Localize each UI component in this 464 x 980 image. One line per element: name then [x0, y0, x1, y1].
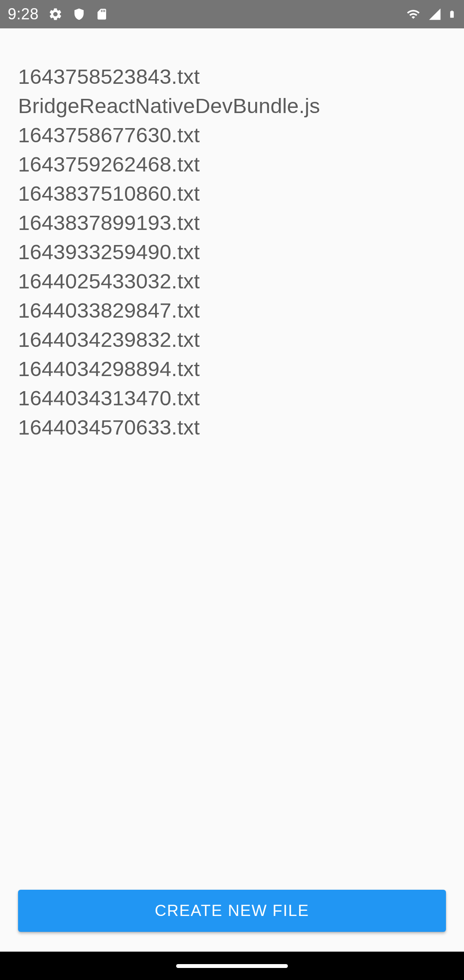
file-item[interactable]: 1643758523843.txt	[18, 62, 446, 91]
file-item[interactable]: 1643837510860.txt	[18, 179, 446, 208]
wifi-icon	[405, 7, 422, 21]
create-new-file-button[interactable]: CREATE NEW FILE	[18, 890, 446, 932]
settings-icon	[48, 7, 63, 21]
status-right	[405, 6, 456, 22]
status-bar: 9:28	[0, 0, 464, 28]
sd-card-icon	[95, 7, 108, 21]
battery-icon	[448, 6, 456, 22]
nav-handle[interactable]	[176, 964, 288, 968]
file-item[interactable]: 1644034570633.txt	[18, 413, 446, 442]
file-item[interactable]: 1644034298894.txt	[18, 354, 446, 383]
file-list: 1643758523843.txt BridgeReactNativeDevBu…	[18, 62, 446, 442]
file-item[interactable]: 1644033829847.txt	[18, 296, 446, 325]
file-item[interactable]: 1643837899193.txt	[18, 208, 446, 237]
file-item[interactable]: 1644034313470.txt	[18, 383, 446, 413]
file-item[interactable]: 1644025433032.txt	[18, 266, 446, 296]
file-item[interactable]: 1643758677630.txt	[18, 120, 446, 150]
file-item[interactable]: BridgeReactNativeDevBundle.js	[18, 91, 446, 120]
navigation-bar	[0, 952, 464, 980]
file-item[interactable]: 1643759262468.txt	[18, 150, 446, 179]
shield-icon	[72, 7, 86, 21]
file-item[interactable]: 1643933259490.txt	[18, 237, 446, 266]
status-time: 9:28	[8, 5, 39, 23]
status-left: 9:28	[8, 5, 108, 23]
file-item[interactable]: 1644034239832.txt	[18, 325, 446, 354]
bottom-area: CREATE NEW FILE	[0, 890, 464, 952]
content-area: 1643758523843.txt BridgeReactNativeDevBu…	[0, 28, 464, 890]
signal-icon	[428, 7, 442, 21]
